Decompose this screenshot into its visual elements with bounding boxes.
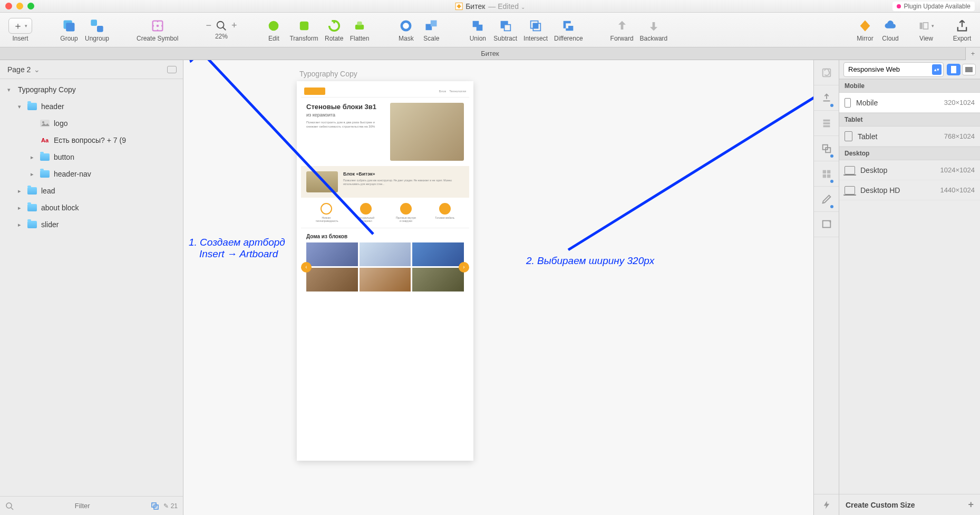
rail-library-icon[interactable]	[814, 111, 839, 136]
zoom-control[interactable]: −+ 22%	[202, 18, 240, 42]
svg-point-8	[269, 21, 279, 31]
canvas[interactable]: Typography Copy БлокТехнологии Стеновые …	[183, 60, 813, 515]
artboard-title-label[interactable]: Typography Copy	[299, 70, 357, 78]
layer-filter-input[interactable]	[18, 502, 147, 510]
orientation-portrait-button[interactable]	[947, 64, 960, 75]
overlap-icon[interactable]	[151, 502, 159, 510]
layer-header-nav[interactable]: ▸header-nav	[0, 166, 183, 182]
subtract-button[interactable]: Subtract	[490, 16, 520, 44]
layer-button[interactable]: ▸button	[0, 149, 183, 166]
plugin-update-badge[interactable]: Plugin Update Available	[892, 2, 975, 11]
section-mobile-header: Mobile	[839, 79, 980, 93]
new-tab-button[interactable]: +	[965, 47, 980, 60]
svg-rect-38	[827, 174, 830, 177]
preset-mobile[interactable]: Mobile320×1024	[839, 93, 980, 113]
create-symbol-button[interactable]: Create Symbol	[133, 16, 181, 44]
svg-point-23	[42, 121, 44, 123]
layer-tree[interactable]: ▾Typography Copy ▾header logo AaЕсть воп…	[0, 79, 183, 496]
tab-bitek[interactable]: Битек	[481, 50, 499, 57]
preset-tablet[interactable]: Tablet768×1024	[839, 127, 980, 147]
flatten-button[interactable]: Flatten	[347, 16, 373, 44]
layer-text[interactable]: AaЕсть вопросы? + 7 (9	[0, 132, 183, 149]
section-desktop-header: Desktop	[839, 147, 980, 160]
page-selector[interactable]: Page 2 ⌄	[0, 60, 183, 79]
artboard-preset-select[interactable]: Responsive Web▴▾	[843, 62, 944, 77]
union-button[interactable]: Union	[465, 16, 490, 44]
folder-icon	[27, 103, 37, 110]
svg-line-7	[223, 27, 226, 30]
preset-desktop[interactable]: Desktop1024×1024	[839, 160, 980, 180]
scale-button[interactable]: Scale	[419, 16, 444, 44]
mirror-button[interactable]: Mirror	[852, 16, 878, 44]
sketch-doc-icon	[455, 3, 462, 10]
create-custom-size-button[interactable]: Create Custom Size+	[839, 494, 980, 515]
orientation-landscape-button[interactable]	[962, 64, 976, 75]
text-layer-icon: Aa	[40, 137, 50, 144]
pages-overview-icon[interactable]	[167, 66, 177, 73]
rail-export-icon[interactable]	[814, 85, 839, 111]
minimize-window-button[interactable]	[16, 3, 23, 9]
intersect-button[interactable]: Intersect	[520, 16, 551, 44]
cloud-button[interactable]: Cloud	[878, 16, 903, 44]
rail-bolt-icon[interactable]	[814, 494, 839, 515]
rail-grid-icon[interactable]	[814, 161, 839, 187]
folder-icon	[27, 221, 37, 228]
layer-filter-bar: ✎ 21	[0, 496, 183, 515]
zoom-out-button[interactable]: −	[206, 20, 211, 31]
edit-button[interactable]: Edit	[261, 16, 286, 44]
document-title[interactable]: Битек — Edited ⌄	[455, 2, 525, 11]
folder-icon	[40, 153, 50, 161]
edited-indicator: — Edited ⌄	[488, 2, 525, 11]
svg-line-25	[11, 508, 13, 510]
zoom-in-button[interactable]: +	[231, 20, 237, 31]
rail-craft-icon[interactable]	[814, 60, 839, 85]
svg-rect-16	[504, 24, 510, 31]
window-titlebar: Битек — Edited ⌄ Plugin Update Available	[0, 0, 980, 13]
mobile-device-icon	[845, 98, 851, 108]
slice-count: ✎ 21	[163, 502, 178, 510]
export-button[interactable]: Export	[949, 16, 975, 44]
svg-rect-37	[822, 174, 826, 177]
search-icon	[5, 502, 14, 510]
layer-slider[interactable]: ▸slider	[0, 216, 183, 233]
svg-rect-32	[823, 125, 830, 127]
group-button[interactable]: Group	[56, 16, 82, 44]
insert-button[interactable]: ＋▾ Insert	[5, 16, 35, 44]
laptop-device-icon	[845, 166, 855, 174]
ungroup-button[interactable]: Ungroup	[82, 16, 112, 44]
layer-about-block[interactable]: ▸about block	[0, 199, 183, 216]
transform-button[interactable]: Transform	[286, 16, 321, 44]
svg-rect-10	[355, 24, 364, 29]
folder-icon	[40, 170, 50, 178]
svg-rect-21	[924, 22, 928, 28]
artboard-typography-copy[interactable]: БлокТехнологии Стеновые блоки 3в1 из кер…	[297, 81, 473, 461]
annotation-text-2: 2. Выбираем ширину 320px	[526, 255, 654, 267]
layer-lead[interactable]: ▸lead	[0, 182, 183, 199]
view-button[interactable]: ▾View	[914, 16, 939, 44]
annotation-arrow-2	[516, 60, 813, 260]
svg-rect-20	[920, 22, 923, 28]
difference-button[interactable]: Difference	[551, 16, 586, 44]
rail-duplicate-icon[interactable]	[814, 136, 839, 161]
document-tabbar: Битек +	[0, 47, 980, 60]
mask-button[interactable]: Mask	[393, 16, 419, 44]
backward-button[interactable]: Backward	[637, 16, 671, 44]
chevron-down-icon: ▾	[25, 23, 27, 28]
preset-desktop-hd[interactable]: Desktop HD1440×1024	[839, 180, 980, 200]
svg-rect-11	[357, 21, 362, 25]
annotation-text-1: 1. Создаем артборд Insert → Artboard	[189, 237, 285, 260]
layer-logo[interactable]: logo	[0, 115, 183, 132]
layer-header[interactable]: ▾header	[0, 98, 183, 115]
layer-artboard[interactable]: ▾Typography Copy	[0, 81, 183, 98]
forward-button[interactable]: Forward	[607, 16, 637, 44]
section-tablet-header: Tablet	[839, 113, 980, 127]
rail-add-image-icon[interactable]: +	[814, 212, 839, 237]
plugin-rail: +	[813, 60, 839, 515]
close-window-button[interactable]	[5, 3, 12, 9]
svg-rect-19	[533, 23, 538, 28]
folder-icon	[27, 187, 37, 195]
rotate-button[interactable]: Rotate	[322, 16, 347, 44]
maximize-window-button[interactable]	[27, 3, 34, 9]
rail-pencil-icon[interactable]	[814, 187, 839, 212]
layers-panel: Page 2 ⌄ ▾Typography Copy ▾header logo A…	[0, 60, 183, 515]
